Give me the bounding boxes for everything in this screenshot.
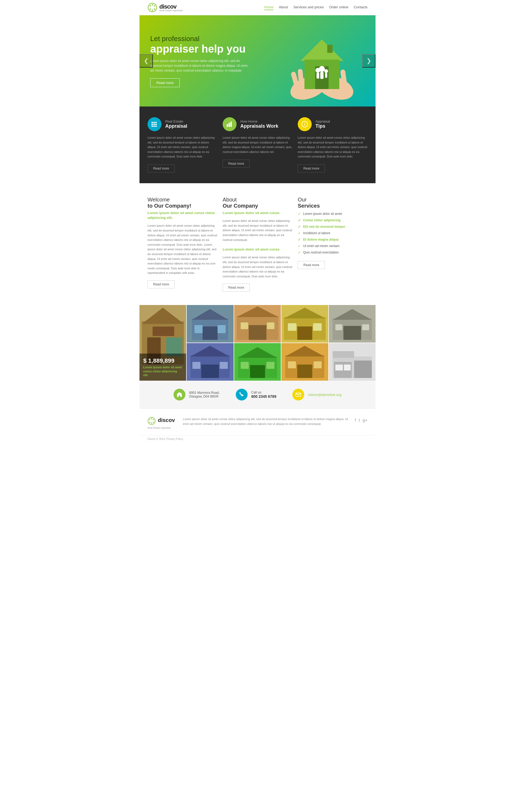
service-item-1: ✓Conse ctetur adipisicing: [298, 217, 368, 224]
dark-card-2: How Home Appraisals Work Lorem ipsum dol…: [223, 117, 292, 173]
svg-rect-69: [335, 324, 342, 330]
hero-title-light: Let professional: [150, 35, 252, 43]
welcome-read-more-btn[interactable]: Read more: [147, 280, 175, 288]
dark-card-3-btn[interactable]: Read more: [298, 165, 325, 173]
svg-rect-57: [240, 322, 248, 329]
nav-about[interactable]: About: [279, 5, 288, 10]
svg-text:i: i: [304, 122, 305, 126]
svg-rect-82: [266, 362, 275, 369]
svg-rect-25: [325, 73, 327, 78]
svg-point-24: [324, 69, 328, 73]
svg-rect-63: [288, 323, 296, 331]
nav-order[interactable]: Order online: [329, 5, 348, 10]
gallery-item-7[interactable]: [234, 343, 281, 381]
svg-rect-46: [153, 327, 174, 336]
nav-home[interactable]: Home: [264, 5, 274, 10]
privacy-link[interactable]: Privacy Policy: [167, 437, 183, 440]
services-list: ✓Lorem ipsum dolor sit amet ✓Conse ctetu…: [298, 210, 368, 256]
phone-icon: [236, 389, 248, 401]
svg-rect-51: [195, 325, 203, 333]
email-link[interactable]: Admin@demolink.org: [308, 393, 341, 397]
gallery-item-6[interactable]: [187, 343, 233, 381]
hero-arrow-right[interactable]: ❯: [362, 54, 375, 67]
svg-point-3: [154, 5, 155, 7]
check-icon-2: ✓: [298, 225, 301, 229]
gallery-item-5[interactable]: [329, 305, 375, 343]
dark-card-1-btn[interactable]: Read more: [147, 165, 175, 173]
facebook-icon[interactable]: f: [355, 418, 356, 423]
svg-rect-21: [316, 73, 319, 79]
gallery-item-4[interactable]: [281, 305, 328, 343]
hero-text: Lorem ipsum dolor sit amet conse ctetur …: [150, 58, 252, 73]
gallery-desc: Lorem ipsum dolor sit amet conse ctetur …: [143, 365, 182, 377]
footer-logo: discov Real Estate Appraisal: [147, 417, 175, 430]
welcome-text: Lorem ipsum dolor sit amet conse ctetur …: [147, 224, 217, 276]
welcome-accent: Lorem ipsum dolor sit amet conse ctetur …: [147, 210, 217, 220]
svg-rect-33: [155, 122, 156, 123]
dark-card-1-header: Real Estate Appraisal: [147, 117, 217, 131]
about-text-1: Lorem ipsum dolor sit amet conse ctetur …: [223, 219, 292, 242]
address-icon: [174, 389, 185, 401]
svg-rect-26: [327, 45, 333, 53]
svg-rect-23: [320, 72, 323, 79]
check-icon-4: ✓: [298, 237, 301, 242]
dark-card-1: Real Estate Appraisal Lorem ipsum dolor …: [147, 117, 217, 173]
svg-rect-93: [354, 360, 372, 378]
gallery-item-2[interactable]: [187, 305, 233, 343]
hero-section: ❮ Let professional appraiser help you Lo…: [140, 15, 375, 107]
about-card: About Our Company Lorem ipsum dolor sit …: [223, 197, 292, 292]
svg-rect-9: [290, 71, 299, 87]
services-read-more-btn[interactable]: Read more: [298, 261, 325, 269]
svg-rect-68: [343, 326, 361, 340]
service-item-5: ✓Ut enim ad minim veniam: [298, 243, 368, 249]
dark-card-3-header: i Appraisal Tips: [298, 117, 368, 131]
svg-point-22: [319, 66, 325, 72]
gallery-item-3[interactable]: [234, 305, 281, 343]
svg-rect-37: [229, 123, 230, 127]
phone-item: Call us: 800 2345 6789: [236, 389, 276, 401]
nav-services[interactable]: Services and prices: [293, 5, 324, 10]
about-read-more-btn[interactable]: Read more: [223, 284, 250, 292]
svg-rect-29: [151, 125, 153, 127]
googleplus-icon[interactable]: g+: [363, 418, 368, 423]
svg-rect-94: [335, 365, 343, 371]
svg-rect-28: [151, 124, 153, 125]
svg-rect-27: [151, 122, 153, 123]
service-item-2: ✓Elit sed do eiusmod tempor: [298, 224, 368, 230]
footer-logo-sub: Real Estate Appraisal: [147, 427, 171, 429]
footer-bottom: discov Real Estate Appraisal Lorem ipsum…: [140, 409, 375, 435]
gallery-item-8[interactable]: [281, 343, 328, 381]
svg-rect-95: [344, 365, 350, 371]
footer-logo-text: discov: [158, 417, 175, 423]
nav-contacts[interactable]: Contacts: [354, 5, 368, 10]
appraisal-work-icon: [223, 117, 236, 131]
gallery-featured[interactable]: $ 1,889,899 Lorem ipsum dolor sit amet c…: [140, 305, 186, 381]
svg-rect-36: [227, 124, 228, 127]
svg-rect-35: [155, 125, 156, 127]
svg-rect-91: [333, 351, 354, 358]
hero-read-more-button[interactable]: Read more: [150, 78, 180, 87]
svg-rect-76: [220, 362, 228, 369]
about-accent-2: Lorem ipsum dolor sit amet conse: [223, 247, 292, 252]
gallery-featured-overlay: $ 1,889,899 Lorem ipsum dolor sit amet c…: [140, 353, 186, 381]
logo-area: discov Real Estate Appraisal: [147, 3, 182, 12]
dark-card-2-btn[interactable]: Read more: [223, 160, 250, 168]
svg-marker-96: [177, 392, 182, 397]
svg-point-99: [149, 419, 150, 420]
svg-rect-56: [249, 325, 266, 340]
dark-section: Real Estate Appraisal Lorem ipsum dolor …: [140, 107, 375, 183]
real-estate-icon: [147, 117, 162, 131]
twitter-icon[interactable]: t: [359, 418, 360, 423]
hero-image: [276, 18, 368, 104]
services-title: Our Services: [298, 197, 368, 209]
dark-card-1-titles: Real Estate Appraisal: [165, 119, 187, 129]
gallery-item-9[interactable]: [329, 343, 375, 381]
svg-rect-80: [250, 365, 265, 378]
svg-marker-17: [301, 39, 343, 61]
svg-rect-50: [203, 326, 218, 340]
hero-arrow-left[interactable]: ❮: [140, 54, 153, 67]
service-item-6: ✓Quis nostrud exercitation: [298, 249, 368, 256]
svg-rect-34: [155, 124, 156, 125]
svg-rect-75: [193, 362, 201, 369]
tips-icon: i: [298, 117, 312, 131]
